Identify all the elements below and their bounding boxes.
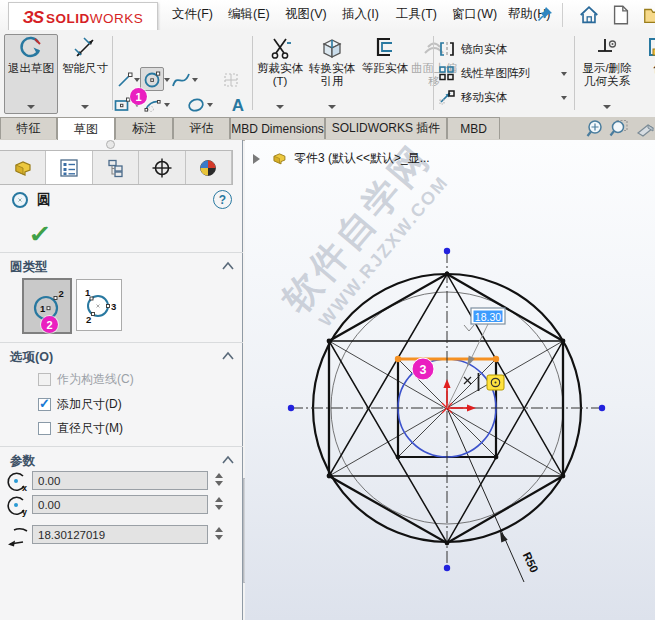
display-relations-button[interactable]: 显示/删除几何关系 bbox=[578, 34, 636, 114]
collapse-chevron-icon[interactable] bbox=[222, 351, 234, 361]
exit-sketch-dropdown[interactable] bbox=[26, 103, 36, 111]
convert-entities-button[interactable]: 转换实体引用 bbox=[304, 34, 360, 114]
tab-evaluate[interactable]: 评估 bbox=[173, 117, 230, 139]
offset-entities-label: 等距实体 bbox=[362, 62, 408, 75]
centerline-endpoint[interactable] bbox=[444, 565, 450, 571]
cube-icon bbox=[319, 35, 345, 61]
checkbox-construction-line[interactable]: 作为构造线(C) bbox=[38, 371, 134, 387]
zoom-area-icon[interactable] bbox=[608, 119, 628, 139]
triangle-up[interactable] bbox=[329, 274, 563, 476]
circle-type-header: 圆类型 bbox=[10, 259, 48, 276]
offset-entities-button[interactable]: 等距实体 bbox=[360, 34, 410, 114]
centerline-endpoint[interactable] bbox=[288, 405, 294, 411]
move-entities-button[interactable]: 移动实体 bbox=[438, 86, 572, 108]
tab-annotations[interactable]: 标注 bbox=[115, 117, 173, 139]
tab-sketch[interactable]: 草图 bbox=[57, 117, 115, 140]
checkbox-box[interactable] bbox=[38, 373, 51, 386]
dimxpert-target-icon bbox=[151, 157, 173, 179]
linear-pattern-dropdown[interactable] bbox=[558, 62, 569, 84]
menu-view[interactable]: 视图(V) bbox=[285, 6, 327, 23]
menu-file[interactable]: 文件(F) bbox=[172, 6, 213, 23]
selected-endpoint[interactable] bbox=[493, 356, 499, 362]
graphics-viewport[interactable]: 软件自学网 WWW.RJZXW.COM R50 bbox=[245, 140, 655, 620]
open-document-icon[interactable] bbox=[642, 4, 655, 26]
feature-tree-item[interactable]: 零件3 (默认<<默认>_显... bbox=[253, 150, 430, 167]
mirror-entities-button[interactable]: 镜向实体 bbox=[438, 38, 572, 60]
move-icon bbox=[438, 89, 456, 105]
point-label-1: 1 bbox=[40, 303, 46, 314]
trim-entities-button[interactable]: 剪裁实体(T) bbox=[256, 34, 304, 114]
point-label-2: 2 bbox=[59, 288, 64, 299]
sketch-canvas[interactable]: R50 bbox=[245, 140, 655, 620]
smart-dimension-dropdown[interactable] bbox=[80, 103, 90, 111]
display-sphere-icon bbox=[197, 157, 219, 179]
display-relations-label: 显示/删除几何关系 bbox=[579, 62, 635, 88]
section-view-icon[interactable] bbox=[634, 119, 654, 139]
checkbox-box[interactable] bbox=[38, 398, 51, 411]
point-label-2: 2 bbox=[86, 314, 91, 325]
centerline-endpoint[interactable] bbox=[599, 405, 605, 411]
tab-addins-label: SOLIDWORKS 插件 bbox=[332, 120, 441, 137]
trim-entities-dropdown[interactable] bbox=[275, 103, 285, 111]
zoom-fit-icon[interactable] bbox=[586, 119, 606, 139]
exit-sketch-label: 退出草图 bbox=[8, 62, 54, 75]
tab-addins[interactable]: SOLIDWORKS 插件 bbox=[325, 117, 447, 139]
ellipse-dropdown[interactable] bbox=[204, 93, 215, 115]
text-tool-button[interactable]: A bbox=[226, 93, 250, 117]
center-x-spinner[interactable] bbox=[212, 470, 226, 491]
repair-sketch-button[interactable]: 修 bbox=[638, 34, 655, 114]
tab-displaymanager[interactable] bbox=[186, 151, 232, 184]
home-icon[interactable] bbox=[578, 4, 600, 26]
arc-dropdown[interactable] bbox=[161, 93, 172, 115]
ok-check-icon[interactable]: ✓ bbox=[28, 220, 52, 248]
tab-mbd-dimensions[interactable]: MBD Dimensions bbox=[230, 117, 325, 139]
tree-expand-icon[interactable] bbox=[253, 154, 265, 164]
sketch-picture-button-disabled[interactable] bbox=[219, 68, 243, 92]
tab-configurationmanager[interactable] bbox=[93, 151, 139, 184]
panel-handle[interactable] bbox=[106, 140, 115, 149]
collapse-chevron-icon[interactable] bbox=[222, 455, 234, 465]
menu-edit[interactable]: 编辑(E) bbox=[228, 6, 270, 23]
r50-leader-line[interactable] bbox=[447, 408, 524, 582]
center-y-icon: y bbox=[6, 495, 30, 517]
checkbox-add-dimensions[interactable]: 添加尺寸(D) bbox=[38, 396, 122, 412]
spline-dropdown[interactable] bbox=[189, 68, 200, 90]
exit-sketch-button[interactable]: 退出草图 bbox=[4, 34, 58, 114]
new-document-icon[interactable] bbox=[610, 4, 632, 26]
text-icon: A bbox=[228, 95, 248, 115]
point-label-3: 3 bbox=[111, 301, 116, 312]
menu-insert[interactable]: 插入(I) bbox=[342, 6, 379, 23]
smart-dimension-icon bbox=[72, 35, 98, 61]
radius-spinner[interactable] bbox=[212, 524, 226, 545]
smart-dimension-button[interactable]: 智能尺寸 bbox=[60, 34, 110, 114]
pin-icon[interactable] bbox=[536, 5, 554, 23]
perimeter-circle-type-button[interactable]: 1 2 3 bbox=[76, 279, 122, 331]
convert-entities-dropdown[interactable] bbox=[327, 103, 337, 111]
tab-featuremanager[interactable] bbox=[0, 151, 46, 184]
tab-mbd[interactable]: MBD bbox=[447, 117, 500, 139]
radius-field[interactable]: 18.30127019 bbox=[32, 525, 208, 544]
move-entities-dropdown[interactable] bbox=[558, 86, 569, 108]
menu-bar: ЗS SOLIDWORKS 文件(F) 编辑(E) 视图(V) 插入(I) 工具… bbox=[0, 0, 655, 31]
center-y-field[interactable]: 0.00 bbox=[32, 495, 208, 514]
collapse-chevron-icon[interactable] bbox=[222, 261, 234, 271]
tab-propertymanager[interactable] bbox=[46, 151, 92, 184]
checkbox-diameter-dimension[interactable]: 直径尺寸(M) bbox=[38, 420, 123, 436]
menu-window[interactable]: 窗口(W) bbox=[452, 6, 497, 23]
panel-title: 圆 bbox=[37, 191, 51, 209]
selected-endpoint[interactable] bbox=[395, 356, 401, 362]
center-y-spinner[interactable] bbox=[212, 494, 226, 515]
tab-annotations-label: 标注 bbox=[132, 120, 156, 137]
center-x-field[interactable]: 0.00 bbox=[32, 471, 208, 490]
r50-label[interactable]: R50 bbox=[521, 550, 541, 574]
checkbox-box[interactable] bbox=[38, 422, 51, 435]
centerline-endpoint[interactable] bbox=[444, 248, 450, 254]
linear-pattern-button[interactable]: 线性草图阵列 bbox=[438, 62, 572, 84]
tab-features[interactable]: 特征 bbox=[0, 117, 57, 139]
center-x-value: 0.00 bbox=[38, 475, 60, 487]
tab-dimxpertmanager[interactable] bbox=[139, 151, 185, 184]
menu-tools[interactable]: 工具(T) bbox=[396, 6, 437, 23]
help-button[interactable]: ? bbox=[213, 190, 232, 209]
dim-value-text[interactable]: 18.30 bbox=[475, 311, 501, 323]
display-relations-dropdown[interactable] bbox=[602, 103, 612, 111]
